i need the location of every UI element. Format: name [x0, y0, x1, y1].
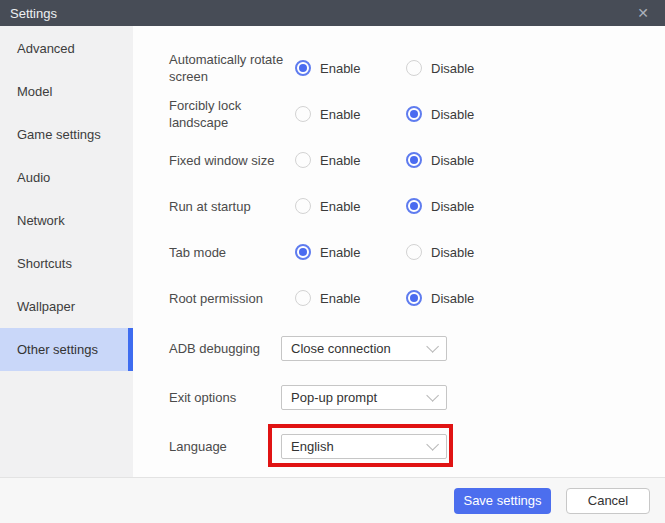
setting-label: Run at startup: [169, 198, 295, 215]
exit-options-dropdown[interactable]: Pop-up prompt: [281, 385, 447, 410]
enable-label: Enable: [320, 199, 360, 214]
enable-option[interactable]: Enable: [295, 106, 406, 122]
language-annotation-wrap: English: [281, 434, 447, 459]
radio-unselected-icon[interactable]: [295, 290, 311, 306]
sidebar-item-game-settings[interactable]: Game settings: [0, 113, 133, 156]
sidebar: Advanced Model Game settings Audio Netwo…: [0, 26, 133, 477]
settings-panel: Automatically rotate screen Enable Disab…: [133, 26, 665, 477]
sidebar-item-label: Advanced: [17, 41, 75, 56]
disable-option[interactable]: Disable: [406, 152, 517, 168]
radio-unselected-icon[interactable]: [295, 198, 311, 214]
disable-label: Disable: [431, 107, 474, 122]
cancel-button[interactable]: Cancel: [566, 488, 650, 514]
sidebar-item-shortcuts[interactable]: Shortcuts: [0, 242, 133, 285]
disable-option[interactable]: Disable: [406, 60, 517, 76]
window-title: Settings: [10, 6, 57, 21]
disable-option[interactable]: Disable: [406, 198, 517, 214]
enable-label: Enable: [320, 61, 360, 76]
dropdown-value: Close connection: [291, 341, 391, 356]
chevron-down-icon: [426, 340, 439, 353]
setting-row-exit-options: Exit options Pop-up prompt: [169, 373, 665, 422]
setting-label: Root permission: [169, 290, 295, 307]
footer-bar: Save settings Cancel: [0, 477, 665, 523]
enable-option[interactable]: Enable: [295, 244, 406, 260]
setting-label: Automatically rotate screen: [169, 51, 295, 85]
disable-label: Disable: [431, 153, 474, 168]
sidebar-item-label: Audio: [17, 170, 50, 185]
enable-option[interactable]: Enable: [295, 290, 406, 306]
sidebar-item-label: Game settings: [17, 127, 101, 142]
radio-unselected-icon[interactable]: [295, 106, 311, 122]
enable-label: Enable: [320, 245, 360, 260]
save-settings-button[interactable]: Save settings: [454, 488, 551, 514]
setting-row-tab-mode: Tab mode Enable Disable: [169, 229, 665, 275]
radio-selected-icon[interactable]: [295, 244, 311, 260]
sidebar-item-network[interactable]: Network: [0, 199, 133, 242]
disable-option[interactable]: Disable: [406, 290, 517, 306]
sidebar-item-advanced[interactable]: Advanced: [0, 27, 133, 70]
radio-unselected-icon[interactable]: [406, 60, 422, 76]
radio-selected-icon[interactable]: [406, 198, 422, 214]
close-icon[interactable]: ✕: [633, 4, 653, 22]
setting-label: Exit options: [169, 390, 281, 405]
enable-option[interactable]: Enable: [295, 60, 406, 76]
setting-row-lock-landscape: Forcibly lock landscape Enable Disable: [169, 91, 665, 137]
chevron-down-icon: [426, 389, 439, 402]
radio-selected-icon[interactable]: [406, 106, 422, 122]
enable-label: Enable: [320, 107, 360, 122]
setting-label: Tab mode: [169, 244, 295, 261]
sidebar-item-wallpaper[interactable]: Wallpaper: [0, 285, 133, 328]
disable-label: Disable: [431, 291, 474, 306]
chevron-down-icon: [426, 438, 439, 451]
setting-label: Forcibly lock landscape: [169, 97, 295, 131]
adb-debugging-dropdown[interactable]: Close connection: [281, 336, 447, 361]
disable-label: Disable: [431, 199, 474, 214]
disable-label: Disable: [431, 245, 474, 260]
dropdown-value: Pop-up prompt: [291, 390, 377, 405]
disable-option[interactable]: Disable: [406, 106, 517, 122]
enable-label: Enable: [320, 291, 360, 306]
setting-label: ADB debugging: [169, 341, 281, 356]
radio-unselected-icon[interactable]: [295, 152, 311, 168]
radio-selected-icon[interactable]: [295, 60, 311, 76]
enable-label: Enable: [320, 153, 360, 168]
window-body: Advanced Model Game settings Audio Netwo…: [0, 26, 665, 477]
setting-row-language: Language English: [169, 422, 665, 471]
sidebar-item-label: Network: [17, 213, 65, 228]
setting-row-auto-rotate: Automatically rotate screen Enable Disab…: [169, 45, 665, 91]
sidebar-item-model[interactable]: Model: [0, 70, 133, 113]
enable-option[interactable]: Enable: [295, 198, 406, 214]
radio-selected-icon[interactable]: [406, 290, 422, 306]
radio-selected-icon[interactable]: [406, 152, 422, 168]
sidebar-item-label: Shortcuts: [17, 256, 72, 271]
titlebar: Settings ✕: [0, 0, 665, 26]
setting-row-root-permission: Root permission Enable Disable: [169, 275, 665, 321]
setting-row-run-at-startup: Run at startup Enable Disable: [169, 183, 665, 229]
disable-option[interactable]: Disable: [406, 244, 517, 260]
setting-label: Fixed window size: [169, 152, 295, 169]
sidebar-item-label: Other settings: [17, 342, 98, 357]
setting-row-adb-debugging: ADB debugging Close connection: [169, 324, 665, 373]
language-dropdown[interactable]: English: [281, 434, 447, 459]
disable-label: Disable: [431, 61, 474, 76]
setting-label: Language: [169, 439, 281, 454]
radio-unselected-icon[interactable]: [406, 244, 422, 260]
dropdown-value: English: [291, 439, 334, 454]
sidebar-item-label: Wallpaper: [17, 299, 75, 314]
sidebar-item-audio[interactable]: Audio: [0, 156, 133, 199]
enable-option[interactable]: Enable: [295, 152, 406, 168]
setting-row-fixed-window-size: Fixed window size Enable Disable: [169, 137, 665, 183]
sidebar-item-other-settings[interactable]: Other settings: [0, 328, 133, 371]
sidebar-item-label: Model: [17, 84, 52, 99]
